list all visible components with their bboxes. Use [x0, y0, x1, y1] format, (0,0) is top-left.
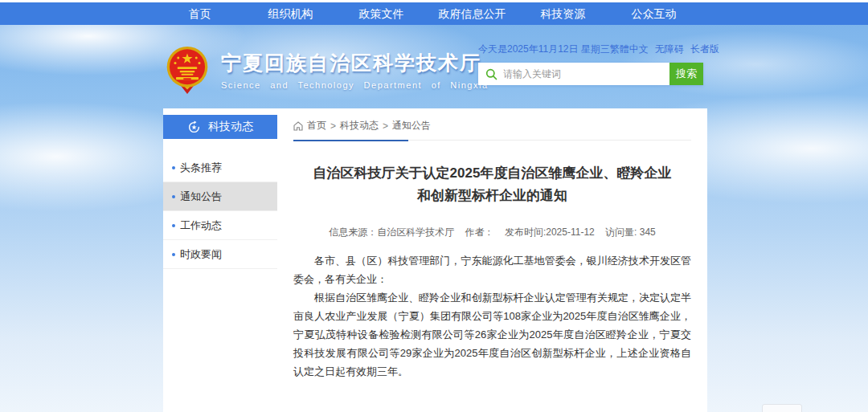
- breadcrumb-separator: >: [383, 120, 388, 132]
- meta-author: 作者：: [465, 226, 494, 238]
- nav-item-tech-resources[interactable]: 科技资源: [518, 2, 608, 25]
- breadcrumb-separator: >: [330, 120, 336, 132]
- sidebar: 科技动态 头条推荐 通知公告 工作动态 时政要闻: [163, 108, 277, 412]
- link-traditional-chinese[interactable]: 繁體中文: [610, 43, 649, 56]
- sidebar-menu: 头条推荐 通知公告 工作动态 时政要闻: [163, 153, 277, 269]
- link-accessibility[interactable]: 无障碍: [655, 43, 684, 56]
- nav-item-home[interactable]: 首页: [154, 2, 245, 25]
- article-paragraph: 根据自治区雏鹰企业、瞪羚企业和创新型标杆企业认定管理有关规定，决定认定半亩良人农…: [293, 288, 691, 381]
- nav-item-public-interaction[interactable]: 公众互动: [608, 2, 699, 25]
- breadcrumb-home[interactable]: 首页: [307, 119, 326, 133]
- article-body: 各市、县（区）科技管理部门，宁东能源化工基地管委会，银川经济技术开发区管委会，各…: [293, 251, 691, 381]
- search-box: [478, 63, 669, 85]
- sidebar-header: 科技动态: [163, 115, 277, 139]
- article-area: 首页 > 科技动态 > 通知公告 自治区科技厅关于认定2025年度自治区雏鹰企业…: [277, 108, 707, 412]
- search-button[interactable]: 搜索: [669, 63, 703, 85]
- national-emblem-logo: [163, 44, 211, 96]
- nav-item-gov-info-disclosure[interactable]: 政府信息公开: [427, 2, 518, 25]
- meta-publish-time: 发布时间:2025-11-12: [505, 226, 595, 238]
- nav-item-policy-documents[interactable]: 政策文件: [336, 2, 427, 25]
- sidebar-item-headlines[interactable]: 头条推荐: [163, 153, 277, 182]
- site-brand[interactable]: 宁夏回族自治区科学技术厅 Science and Technology Depa…: [163, 44, 489, 96]
- article-paragraph: 各市、县（区）科技管理部门，宁东能源化工基地管委会，银川经济技术开发区管委会，各…: [293, 251, 691, 288]
- article-title-line2: 和创新型标杆企业的通知: [293, 185, 691, 207]
- breadcrumb: 首页 > 科技动态 > 通知公告: [293, 119, 691, 141]
- primary-nav: 首页 组织机构 政策文件 政府信息公开 科技资源 公众互动: [0, 2, 868, 25]
- header-utilities: 今天是2025年11月12日 星期三 繁體中文 无障碍 长者版 搜索: [478, 43, 703, 85]
- sidebar-item-notices[interactable]: 通知公告: [163, 182, 277, 211]
- link-elderly-version[interactable]: 长者版: [690, 43, 719, 56]
- circular-arrow-star-icon: [187, 120, 201, 134]
- site-header: 宁夏回族自治区科学技术厅 Science and Technology Depa…: [0, 25, 868, 108]
- corner-widget[interactable]: [762, 404, 802, 412]
- search-input[interactable]: [503, 68, 669, 80]
- sidebar-item-work-updates[interactable]: 工作动态: [163, 211, 277, 240]
- site-subtitle: Science and Technology Department of Nin…: [221, 80, 489, 90]
- meta-visit-count: 访问量: 345: [605, 226, 656, 238]
- home-icon: [293, 121, 303, 131]
- search-icon: [485, 68, 497, 80]
- search-bar: 搜索: [478, 63, 703, 85]
- meta-source: 信息来源：自治区科学技术厅: [329, 226, 454, 238]
- main-panel: 科技动态 头条推荐 通知公告 工作动态 时政要闻 首页 > 科技动态 > 通知公…: [163, 108, 707, 412]
- breadcrumb-notices-current: 通知公告: [392, 119, 431, 133]
- brand-text: 宁夏回族自治区科学技术厅 Science and Technology Depa…: [221, 50, 489, 90]
- article-title-line1: 自治区科技厅关于认定2025年度自治区雏鹰企业、瞪羚企业: [293, 162, 691, 185]
- current-date-text: 今天是2025年11月12日 星期三: [478, 43, 610, 56]
- quick-links: 繁體中文 无障碍 长者版: [610, 43, 719, 56]
- sidebar-title: 科技动态: [208, 120, 253, 134]
- sidebar-item-current-politics[interactable]: 时政要闻: [163, 240, 277, 269]
- article-title: 自治区科技厅关于认定2025年度自治区雏鹰企业、瞪羚企业 和创新型标杆企业的通知: [293, 162, 691, 207]
- nav-item-organization[interactable]: 组织机构: [245, 2, 336, 25]
- breadcrumb-tech-news[interactable]: 科技动态: [340, 119, 379, 133]
- article-meta: 信息来源：自治区科学技术厅 作者： 发布时间:2025-11-12 访问量: 3…: [293, 226, 691, 239]
- site-title: 宁夏回族自治区科学技术厅: [221, 50, 489, 76]
